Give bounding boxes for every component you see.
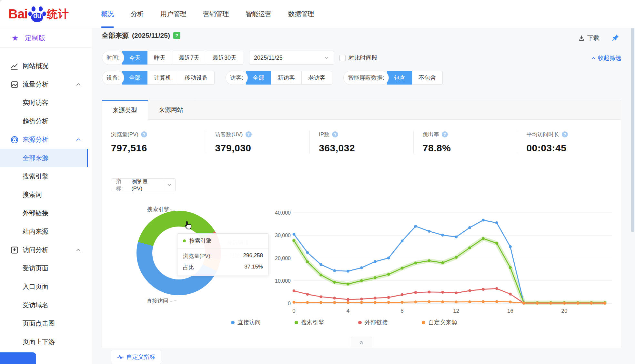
sidebar-item-external-links[interactable]: 外部链接 (0, 204, 92, 222)
device-option-computer[interactable]: 计算机 (147, 71, 178, 85)
sidebar-item-entry-pages[interactable]: 入口页面 (0, 278, 92, 296)
star-icon: ★ (12, 34, 19, 42)
custom-metric-button[interactable]: 自定义指标 (111, 350, 161, 364)
device-filter-group: 设备: 全部 计算机 移动设备 (102, 71, 215, 85)
nav-item-marketing[interactable]: 营销管理 (203, 0, 229, 28)
stat-duration-label: 平均访问时长 (526, 131, 559, 138)
compare-period-label: 对比时间段 (348, 54, 378, 62)
legend-item[interactable]: 直接访问 (231, 318, 261, 326)
sidebar-item-label: 页面上下游 (23, 338, 55, 346)
device-option-all[interactable]: 全部 (122, 71, 147, 85)
visitor-option-all[interactable]: 全部 (246, 71, 271, 85)
logo-du-text: du (33, 12, 41, 19)
vertical-scrollbar[interactable] (631, 26, 634, 232)
page-header-actions: 下载 (578, 34, 620, 43)
source-type-card: 来源类型 来源网站 浏览量(PV)? 797,516 访客数(UV)? 379,… (102, 100, 621, 348)
collapse-filters-button[interactable]: 收起筛选 (591, 54, 621, 62)
stat-ip: IP数? 363,032 (309, 131, 413, 154)
sidebar-item-source-analysis[interactable]: 来源分析 (0, 130, 92, 149)
time-option-yesterday[interactable]: 昨天 (147, 51, 172, 65)
filter-row-segments: 设备: 全部 计算机 移动设备 访客: 全部 新访客 老访客 智能屏蔽数据: 包… (102, 71, 454, 85)
help-icon[interactable]: ? (332, 131, 338, 137)
device-filter-label: 设备: (102, 71, 124, 85)
device-option-mobile[interactable]: 移动设备 (178, 71, 215, 85)
sidebar-item-label: 页面点击图 (23, 319, 55, 328)
help-icon[interactable]: ? (246, 131, 252, 137)
visitor-option-returning[interactable]: 老访客 (302, 71, 332, 85)
sidebar-item-site-overview[interactable]: 网站概况 (0, 57, 92, 75)
nav-item-analysis[interactable]: 分析 (131, 0, 144, 28)
sidebar-item-traffic-analysis[interactable]: 流量分析 (0, 75, 92, 94)
tooltip-pv-value: 296,258 (243, 252, 263, 260)
sidebar-item-label: 入口页面 (23, 282, 48, 291)
sidebar-item-visited-domains[interactable]: 受访域名 (0, 296, 92, 314)
shield-option-exclude[interactable]: 不包含 (412, 71, 443, 85)
sidebar-bottom-banner[interactable] (0, 352, 36, 364)
chevron-up-icon[interactable] (76, 82, 81, 87)
stat-pv: 浏览量(PV)? 797,516 (102, 131, 206, 154)
checkbox-icon[interactable] (339, 55, 346, 61)
sidebar-item-realtime-visitors[interactable]: 实时访客 (0, 94, 92, 112)
help-icon[interactable]: ? (173, 32, 180, 39)
sidebar-item-label: 受访页面 (23, 264, 48, 273)
svg-text:12: 12 (453, 308, 459, 314)
mouse-cursor-icon (183, 220, 192, 232)
time-option-today[interactable]: 今天 (122, 51, 147, 65)
traffic-analysis-icon (10, 80, 19, 89)
pin-icon[interactable] (610, 34, 620, 43)
stat-pv-value: 797,516 (111, 143, 206, 154)
help-icon[interactable]: ? (562, 131, 568, 137)
stat-pv-label: 浏览量(PV) (111, 131, 138, 138)
nav-item-smart-ops[interactable]: 智能运营 (246, 0, 271, 28)
tab-source-type[interactable]: 来源类型 (102, 100, 148, 120)
time-option-last30days[interactable]: 最近30天 (206, 51, 243, 65)
legend-item[interactable]: 外部链接 (358, 318, 388, 326)
download-button[interactable]: 下载 (578, 34, 600, 42)
nav-item-data-management[interactable]: 数据管理 (288, 0, 314, 28)
hourly-trend-chart[interactable]: 010,00020,00030,00040,000048121620 (267, 205, 615, 318)
svg-text:8: 8 (400, 308, 403, 314)
chevron-down-icon (324, 55, 329, 61)
visitor-option-new[interactable]: 新访客 (271, 71, 302, 85)
pulse-icon (117, 354, 124, 360)
help-icon[interactable]: ? (442, 131, 448, 137)
sidebar-item-search-engines[interactable]: 搜索引擎 (0, 167, 92, 186)
svg-text:30,000: 30,000 (275, 233, 291, 238)
chevron-up-icon[interactable] (76, 137, 81, 143)
nav-item-overview[interactable]: 概况 (101, 0, 114, 28)
shield-segment: 包含 不包含 (387, 71, 443, 85)
date-picker-value: 2025/11/25 (254, 55, 283, 61)
help-icon[interactable]: ? (141, 131, 147, 137)
baidu-paw-icon: du (28, 5, 46, 23)
baidu-tongji-logo[interactable]: Bai du 统计 (8, 5, 69, 23)
sidebar-item-page-click-map[interactable]: 页面点击图 (0, 314, 92, 333)
compare-period-checkbox[interactable]: 对比时间段 (339, 54, 378, 62)
sidebar-item-visited-pages[interactable]: 受访页面 (0, 259, 92, 278)
sidebar-item-page-flow[interactable]: 页面上下游 (0, 333, 92, 351)
source-analysis-icon (10, 136, 19, 144)
line-chart-icon (10, 62, 19, 70)
sidebar-item-all-sources[interactable]: 全部来源 (0, 149, 88, 167)
stat-uv: 访客数(UV)? 379,030 (206, 131, 310, 154)
date-picker[interactable]: 2025/11/25 (249, 51, 334, 65)
time-option-last7days[interactable]: 最近7天 (172, 51, 206, 65)
chevron-down-icon[interactable] (163, 179, 175, 191)
chevron-up-icon[interactable] (76, 247, 81, 253)
main-nav: 概况 分析 用户管理 营销管理 智能运营 数据管理 (101, 0, 314, 28)
nav-item-user-management[interactable]: 用户管理 (160, 0, 186, 28)
sidebar-item-visit-analysis[interactable]: 访问分析 (0, 241, 92, 259)
time-range-segment: 今天 昨天 最近7天 最近30天 (122, 51, 243, 65)
tab-source-website[interactable]: 来源网站 (148, 100, 194, 120)
top-nav: Bai du 统计 概况 分析 用户管理 营销管理 智能运营 数据管理 (0, 0, 635, 28)
metric-dropdown[interactable]: 指标: 浏览量(PV) (111, 178, 176, 191)
visit-analysis-icon (10, 246, 19, 254)
sidebar-item-search-terms[interactable]: 搜索词 (0, 186, 92, 204)
sidebar-item-internal-sources[interactable]: 站内来源 (0, 222, 92, 241)
edition-row[interactable]: ★ 定制版 (0, 28, 92, 48)
legend-item[interactable]: 搜索引擎 (295, 318, 324, 326)
sidebar-item-trend-analysis[interactable]: 趋势分析 (0, 112, 92, 130)
legend-item[interactable]: 自定义来源 (422, 318, 457, 326)
collapse-panel-button[interactable] (351, 337, 372, 348)
logo-bai-text: Bai (8, 7, 27, 21)
shield-option-include[interactable]: 包含 (387, 71, 412, 85)
